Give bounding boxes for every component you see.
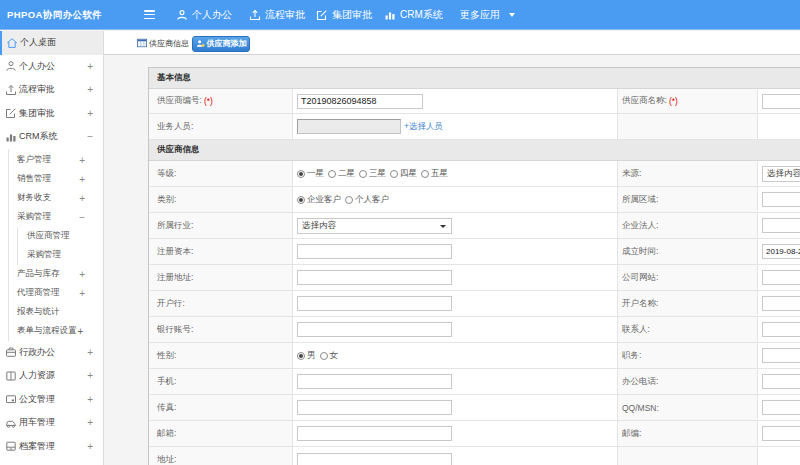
field-label-cell: 办公电话: bbox=[618, 369, 758, 394]
expand-plus-icon[interactable]: + bbox=[87, 394, 93, 405]
sidebar-subitem-purchase-mgmt[interactable]: 采购管理 − bbox=[9, 208, 103, 227]
radio-icon[interactable] bbox=[359, 170, 367, 178]
registered-capital-input[interactable] bbox=[297, 244, 452, 259]
gender-radio-group: 男 女 bbox=[293, 343, 618, 368]
website-input[interactable] bbox=[762, 270, 800, 285]
sidebar-item-personal-office[interactable]: 个人办公 + bbox=[0, 55, 103, 79]
field-label: 办公电话: bbox=[622, 376, 658, 388]
empty-cell bbox=[618, 114, 758, 139]
radio-icon[interactable] bbox=[328, 170, 336, 178]
sidebar-item-human-resources[interactable]: 人力资源 + bbox=[0, 364, 103, 388]
sidebar-subitem-product-inventory[interactable]: 产品与库存 + bbox=[9, 265, 103, 284]
radio-option[interactable]: 男 bbox=[297, 350, 316, 362]
account-name-input[interactable] bbox=[762, 296, 800, 311]
radio-selected-icon[interactable] bbox=[297, 170, 305, 178]
field-label-cell: 职务: bbox=[618, 343, 758, 368]
sidebar-item-group-approval[interactable]: 集团审批 + bbox=[0, 102, 103, 126]
expand-plus-icon[interactable]: + bbox=[79, 288, 85, 299]
sidebar-item-crm-system[interactable]: CRM系统 − bbox=[0, 125, 103, 149]
region-input[interactable] bbox=[762, 192, 800, 207]
expand-plus-icon[interactable]: + bbox=[87, 61, 93, 72]
office-phone-input[interactable] bbox=[762, 374, 800, 389]
address-input[interactable] bbox=[297, 453, 452, 465]
radio-option[interactable]: 一星 bbox=[297, 168, 324, 180]
topnav-more-apps[interactable]: 更多应用 bbox=[460, 0, 515, 30]
radio-selected-icon[interactable] bbox=[297, 352, 305, 360]
sidebar-subitem-customer-mgmt[interactable]: 客户管理 + bbox=[9, 151, 103, 170]
postcode-input[interactable] bbox=[762, 426, 800, 441]
sidebar-item-vehicle-mgmt[interactable]: 用车管理 + bbox=[0, 411, 103, 435]
sidebar-item-document-mgmt[interactable]: 公文管理 + bbox=[0, 388, 103, 412]
tab-supplier-add[interactable]: 供应商添加 bbox=[192, 36, 250, 52]
position-input[interactable] bbox=[762, 348, 800, 363]
sidebar-item-admin-office[interactable]: 行政办公 + bbox=[0, 341, 103, 365]
expand-plus-icon[interactable]: + bbox=[87, 108, 93, 119]
topnav-personal-office[interactable]: 个人办公 bbox=[176, 0, 232, 30]
establish-date-input[interactable] bbox=[762, 244, 800, 259]
contact-person-input[interactable] bbox=[762, 322, 800, 337]
industry-select[interactable]: 选择内容 bbox=[297, 218, 452, 234]
field-label-cell: 成立时间: bbox=[618, 239, 758, 264]
radio-option[interactable]: 女 bbox=[320, 350, 339, 362]
sidebar-subitem-sales-mgmt[interactable]: 销售管理 + bbox=[9, 170, 103, 189]
sidebar-subitem-label: 采购管理 bbox=[27, 249, 61, 261]
radio-icon[interactable] bbox=[345, 196, 353, 204]
topnav-crm-system[interactable]: CRM系统 bbox=[384, 0, 443, 30]
expand-plus-icon[interactable]: + bbox=[79, 269, 85, 280]
supplier-name-input[interactable] bbox=[762, 94, 800, 109]
sidebar-subitem-reports[interactable]: 报表与统计 bbox=[9, 303, 103, 322]
radio-icon[interactable] bbox=[421, 170, 429, 178]
expand-plus-icon[interactable]: + bbox=[79, 174, 85, 185]
radio-option[interactable]: 个人客户 bbox=[345, 194, 389, 206]
expand-plus-icon[interactable]: + bbox=[79, 193, 85, 204]
expand-plus-icon[interactable]: + bbox=[87, 347, 93, 358]
radio-option[interactable]: 五星 bbox=[421, 168, 448, 180]
radio-selected-icon[interactable] bbox=[297, 196, 305, 204]
bank-account-input[interactable] bbox=[297, 322, 452, 337]
radio-option[interactable]: 四星 bbox=[390, 168, 417, 180]
email-input[interactable] bbox=[297, 426, 452, 441]
sidebar-item-workflow-approval[interactable]: 流程审批 + bbox=[0, 78, 103, 102]
fax-input[interactable] bbox=[297, 400, 452, 415]
sidebar-item-personal-desktop[interactable]: 个人桌面 bbox=[0, 31, 103, 55]
radio-icon[interactable] bbox=[320, 352, 328, 360]
caret-down-icon bbox=[440, 225, 446, 228]
sidebar: 个人桌面 个人办公 + 流程审批 + 集团审批 + CRM系统 − 客户管理 + bbox=[0, 31, 104, 465]
sidebar-subitem-agent-mgmt[interactable]: 代理商管理 + bbox=[9, 284, 103, 303]
topbar: PHPOA协同办公软件 个人办公 流程审批 集团审批 CRM系统 更多应用 bbox=[0, 0, 800, 30]
topnav-group-approval[interactable]: 集团审批 bbox=[316, 0, 372, 30]
collapse-minus-icon[interactable]: − bbox=[79, 212, 85, 223]
mobile-input[interactable] bbox=[297, 374, 452, 389]
radio-icon[interactable] bbox=[390, 170, 398, 178]
sidebar-subitem-supplier-mgmt[interactable]: 供应商管理 bbox=[18, 227, 103, 246]
expand-plus-icon[interactable]: + bbox=[79, 155, 85, 166]
field-label: 手机: bbox=[157, 376, 176, 388]
sidebar-subitem-purchasing[interactable]: 采购管理 bbox=[18, 246, 103, 265]
radio-option[interactable]: 三星 bbox=[359, 168, 386, 180]
expand-plus-icon[interactable]: + bbox=[87, 417, 93, 428]
radio-option[interactable]: 企业客户 bbox=[297, 194, 341, 206]
supplier-code-input[interactable] bbox=[297, 94, 423, 109]
expand-plus-icon[interactable]: + bbox=[78, 326, 84, 337]
menu-toggle-icon[interactable] bbox=[144, 10, 155, 20]
expand-plus-icon[interactable]: + bbox=[87, 84, 93, 95]
source-select[interactable]: 选择内容 bbox=[762, 166, 800, 182]
bank-input[interactable] bbox=[297, 296, 452, 311]
empty-cell bbox=[618, 447, 758, 465]
document-icon bbox=[5, 393, 17, 405]
sidebar-subitem-finance[interactable]: 财务收支 + bbox=[9, 189, 103, 208]
sidebar-item-archive-mgmt[interactable]: 档案管理 + bbox=[0, 435, 103, 459]
choose-person-link[interactable]: +选择人员 bbox=[404, 121, 443, 133]
registered-address-input[interactable] bbox=[297, 270, 452, 285]
expand-plus-icon[interactable]: + bbox=[87, 441, 93, 452]
field-input-cell bbox=[293, 291, 618, 316]
topnav-workflow-approval[interactable]: 流程审批 bbox=[249, 0, 305, 30]
qq-msn-input[interactable] bbox=[762, 400, 800, 415]
tab-supplier-info[interactable]: 供应商信息 bbox=[137, 31, 189, 55]
collapse-minus-icon[interactable]: − bbox=[87, 131, 93, 142]
sidebar-subitem-form-flow-settings[interactable]: 表单与流程设置 + bbox=[9, 322, 103, 341]
legal-person-input[interactable] bbox=[762, 218, 800, 233]
radio-option[interactable]: 二星 bbox=[328, 168, 355, 180]
expand-plus-icon[interactable]: + bbox=[87, 370, 93, 381]
empty-cell bbox=[758, 447, 800, 465]
